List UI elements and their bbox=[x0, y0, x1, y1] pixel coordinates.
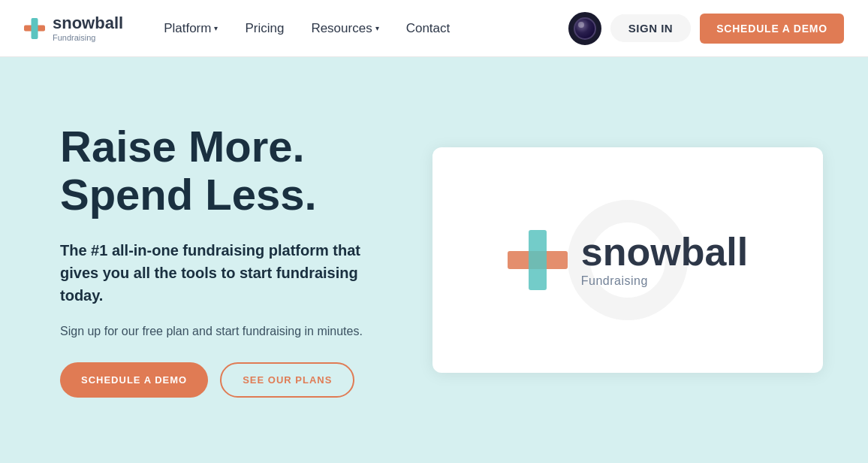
hero-buttons: SCHEDULE A DEMO SEE OUR PLANS bbox=[60, 362, 417, 398]
main-nav: Platform ▾ Pricing Resources ▾ Contact bbox=[153, 15, 568, 42]
logo-link[interactable]: snowball Fundraising bbox=[24, 14, 123, 41]
hero-logo-card: snowball Fundraising bbox=[432, 147, 823, 373]
nav-resources[interactable]: Resources ▾ bbox=[300, 15, 389, 42]
hero-logo-text: snowball Fundraising bbox=[581, 232, 748, 288]
chevron-down-icon: ▾ bbox=[375, 24, 379, 32]
nav-platform[interactable]: Platform ▾ bbox=[153, 15, 228, 42]
logo-subtitle: Fundraising bbox=[53, 33, 123, 42]
logo-icon bbox=[24, 18, 45, 39]
camera-icon bbox=[568, 12, 601, 45]
hero-content: Raise More. Spend Less. The #1 all-in-on… bbox=[60, 123, 417, 398]
hero-see-plans-button[interactable]: SEE OUR PLANS bbox=[220, 362, 354, 398]
nav-pricing[interactable]: Pricing bbox=[234, 15, 294, 42]
header: snowball Fundraising Platform ▾ Pricing … bbox=[0, 0, 868, 57]
hero-visual: snowball Fundraising bbox=[432, 147, 823, 373]
hero-subtext: The #1 all-in-one fundraising platform t… bbox=[60, 239, 375, 307]
schedule-demo-header-button[interactable]: SCHEDULE A DEMO bbox=[700, 14, 844, 44]
chevron-down-icon: ▾ bbox=[214, 24, 218, 32]
header-actions: SIGN IN SCHEDULE A DEMO bbox=[568, 12, 844, 45]
camera-lens bbox=[574, 17, 596, 40]
hero-signup-text: Sign up for our free plan and start fund… bbox=[60, 325, 417, 338]
hero-section: Raise More. Spend Less. The #1 all-in-on… bbox=[0, 57, 868, 463]
hero-logo-subtitle: Fundraising bbox=[581, 274, 748, 288]
sign-in-button[interactable]: SIGN IN bbox=[610, 14, 691, 42]
hero-logo-name: snowball bbox=[581, 232, 748, 271]
sign-in-wrapper: SIGN IN bbox=[610, 14, 691, 42]
logo-name: snowball bbox=[53, 14, 123, 32]
hero-headline: Raise More. Spend Less. bbox=[60, 123, 417, 219]
hero-logo-inner: snowball Fundraising bbox=[508, 230, 748, 290]
hero-cross-icon bbox=[508, 230, 568, 290]
hero-schedule-demo-button[interactable]: SCHEDULE A DEMO bbox=[60, 362, 208, 398]
cross-vertical bbox=[529, 230, 547, 290]
nav-contact[interactable]: Contact bbox=[396, 15, 461, 42]
logo-text: snowball Fundraising bbox=[53, 14, 123, 41]
